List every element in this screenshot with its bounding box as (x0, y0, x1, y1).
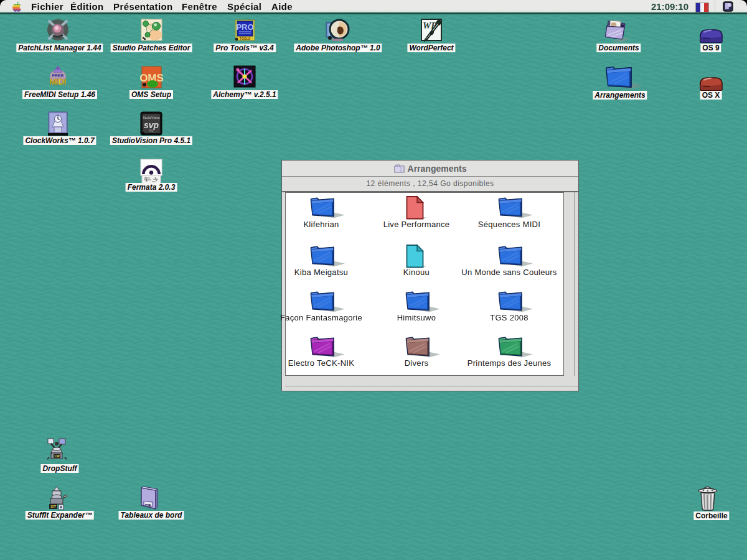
svg-text:LW: LW (54, 454, 60, 458)
svg-text:MIDI: MIDI (49, 77, 66, 86)
svg-text:svp: svp (144, 120, 159, 130)
svg-text:TOOLS: TOOLS (240, 37, 251, 40)
svg-text:PRO: PRO (236, 22, 253, 32)
svg-text:Pro: Pro (149, 129, 154, 133)
svg-text:SIT: SIT (50, 505, 56, 508)
svg-text:StudioVision: StudioVision (143, 116, 160, 119)
